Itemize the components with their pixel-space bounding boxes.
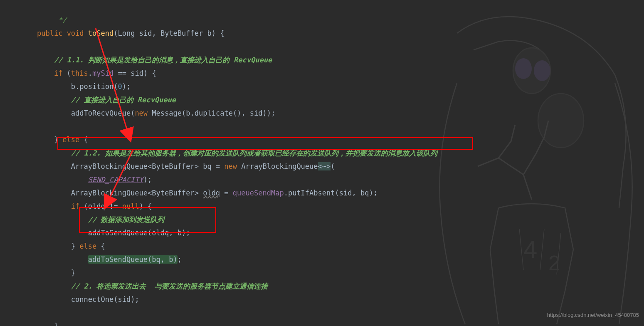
- var: sid: [339, 189, 352, 197]
- keyword: null: [122, 202, 139, 210]
- watermark: https://blog.csdn.net/weixin_45480785: [547, 309, 639, 322]
- param-type: ByteBuffer: [160, 29, 203, 37]
- var: oldq: [152, 229, 169, 237]
- generic: <~>: [318, 162, 331, 170]
- method-call: addToSendQueue: [88, 255, 148, 264]
- var: oldq: [203, 189, 220, 197]
- type: ArrayBlockingQueue: [71, 189, 148, 197]
- type: ArrayBlockingQueue: [241, 162, 318, 170]
- operator: ==: [114, 69, 131, 77]
- keyword: public: [37, 29, 62, 37]
- param: b: [207, 29, 212, 37]
- keyword: new: [224, 162, 237, 170]
- comment: */: [20, 16, 67, 24]
- type: Message: [152, 109, 182, 117]
- method-call: connectOne: [71, 295, 114, 304]
- comment: // 1.2. 如果是发给其他服务器，创建对应的发送队列或者获取已经存在的发送队…: [71, 149, 437, 157]
- keyword: if: [71, 202, 79, 210]
- method-call: position: [79, 82, 114, 91]
- type: ByteBuffer: [152, 162, 194, 170]
- param: sid: [139, 29, 152, 37]
- type: ByteBuffer: [152, 189, 194, 197]
- keyword: new: [135, 109, 148, 117]
- var: bq: [203, 162, 211, 170]
- field: mySid: [92, 69, 114, 77]
- number: 0: [118, 82, 122, 91]
- type: ArrayBlockingQueue: [71, 162, 148, 170]
- field: queueSendMap: [233, 189, 284, 197]
- var: bq: [152, 255, 160, 264]
- comment: // 2. 将选票发送出去 与要发送的服务器节点建立通信连接: [71, 282, 268, 290]
- method-call: duplicate: [195, 109, 233, 117]
- method-call: putIfAbsent: [288, 189, 335, 197]
- comment: // 直接进入自己的 RecvQueue: [71, 96, 176, 104]
- var: sid: [131, 69, 143, 77]
- var: b: [71, 82, 75, 91]
- var: sid: [118, 295, 131, 304]
- method-call: addToRecvQueue: [71, 109, 131, 117]
- highlighted-call: addToSendQueue(bq, b): [88, 255, 178, 264]
- keyword: else: [79, 242, 96, 250]
- operator: !=: [105, 202, 122, 210]
- var: b: [169, 255, 173, 264]
- method-name: toSend: [88, 29, 114, 37]
- var: oldq: [88, 202, 105, 210]
- comment: // 1.1. 判断如果是发给自己的消息，直接进入自己的 RecvQueue: [54, 56, 272, 64]
- var: bq: [360, 189, 369, 197]
- var: sid: [250, 109, 263, 117]
- var: b: [186, 109, 190, 117]
- keyword: if: [54, 69, 62, 77]
- this-keyword: this: [71, 69, 88, 77]
- constant: SEND_CAPACITY: [88, 175, 143, 184]
- code-editor[interactable]: */ public void toSend(Long sid, ByteBuff…: [0, 0, 644, 326]
- method-call: addToSendQueue: [88, 229, 148, 237]
- comment: // 数据添加到发送队列: [88, 215, 165, 224]
- param-type: Long: [118, 29, 135, 37]
- keyword: void: [67, 29, 84, 37]
- var: b: [178, 229, 182, 237]
- keyword: else: [62, 136, 79, 144]
